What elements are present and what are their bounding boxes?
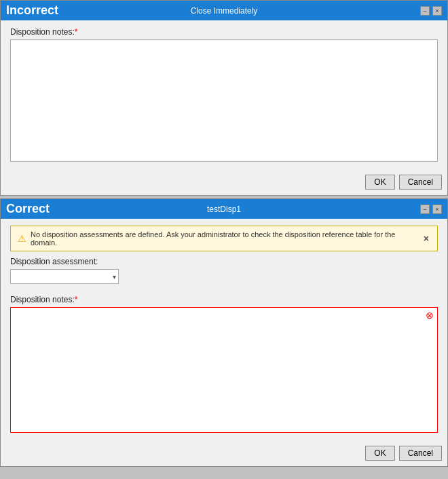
alert-banner: ⚠ No disposition assessments are defined… bbox=[10, 226, 438, 251]
alert-close-btn[interactable]: × bbox=[422, 233, 430, 244]
incorrect-disposition-notes-textarea[interactable] bbox=[10, 39, 438, 162]
correct-center-label: testDisp1 bbox=[207, 205, 241, 214]
correct-button-row: OK Cancel bbox=[1, 442, 447, 466]
incorrect-minimize-btn[interactable]: – bbox=[420, 6, 430, 16]
correct-ok-button[interactable]: OK bbox=[365, 446, 394, 461]
correct-window: Correct testDisp1 – × ⚠ No disposition a… bbox=[0, 198, 448, 467]
incorrect-window-controls: – × bbox=[420, 6, 442, 16]
incorrect-body: Disposition notes:* bbox=[1, 20, 447, 171]
correct-body: ⚠ No disposition assessments are defined… bbox=[1, 219, 447, 442]
correct-required-marker: * bbox=[75, 295, 78, 304]
alert-banner-content: ⚠ No disposition assessments are defined… bbox=[18, 230, 422, 247]
incorrect-disposition-notes-label: Disposition notes:* bbox=[10, 27, 438, 37]
correct-disposition-notes-textarea[interactable] bbox=[10, 307, 438, 433]
correct-title: Correct bbox=[6, 202, 50, 216]
correct-disposition-assessment-label: Disposition assessment: bbox=[10, 257, 438, 266]
error-circle-icon: ⊗ bbox=[426, 310, 434, 321]
incorrect-button-row: OK Cancel bbox=[1, 171, 447, 195]
correct-close-btn[interactable]: × bbox=[432, 205, 442, 214]
incorrect-ok-button[interactable]: OK bbox=[365, 175, 394, 190]
correct-disposition-notes-label: Disposition notes:* bbox=[10, 295, 438, 304]
incorrect-cancel-button[interactable]: Cancel bbox=[399, 175, 442, 190]
correct-cancel-button[interactable]: Cancel bbox=[399, 446, 442, 461]
warning-icon: ⚠ bbox=[18, 233, 26, 244]
incorrect-center-label: Close Immediately bbox=[191, 6, 258, 16]
incorrect-window: Incorrect Close Immediately – × Disposit… bbox=[0, 0, 448, 196]
correct-minimize-btn[interactable]: – bbox=[420, 205, 430, 214]
incorrect-required-marker: * bbox=[75, 27, 78, 37]
disposition-assessment-section: Disposition assessment: ▾ bbox=[10, 257, 438, 289]
disposition-assessment-select-wrapper: ▾ bbox=[10, 269, 119, 284]
alert-message: No disposition assessments are defined. … bbox=[31, 230, 422, 247]
incorrect-titlebar: Incorrect Close Immediately – × bbox=[1, 1, 447, 20]
correct-titlebar: Correct testDisp1 – × bbox=[1, 199, 447, 219]
correct-textarea-wrapper: ⊗ bbox=[10, 307, 438, 435]
incorrect-close-btn[interactable]: × bbox=[432, 6, 442, 16]
correct-window-controls: – × bbox=[420, 205, 442, 214]
disposition-assessment-select[interactable] bbox=[10, 269, 119, 284]
incorrect-title: Incorrect bbox=[6, 3, 58, 18]
